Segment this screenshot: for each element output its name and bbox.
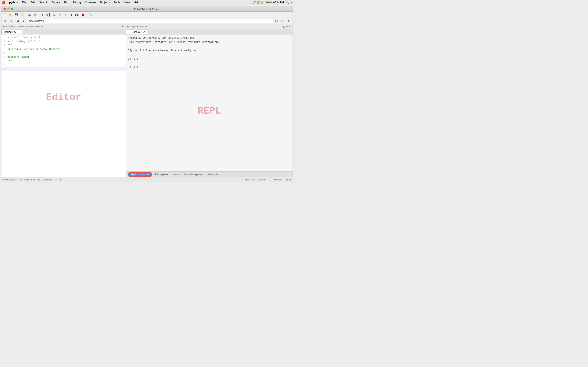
browse-button[interactable]: 📋 (274, 18, 279, 24)
repl-tab-console1[interactable]: × Console 1/A (126, 30, 147, 34)
repl-panel-header: ⊞ IPython console ◱ ✏ ⚙ (126, 24, 293, 29)
memory-value: 63 % (286, 178, 291, 181)
editor-panel-label: Editor - /Users/nathan/untitled1.py (9, 25, 43, 28)
statusbar: Permissions: RW End of lines: LF Encodin… (1, 177, 293, 182)
print-button[interactable]: 🖨️ (27, 12, 32, 17)
editor-tab-untitled1[interactable]: untitled1.py × (1, 30, 22, 34)
spyder-dot (134, 8, 136, 10)
save-all-button[interactable]: 🗂️ (19, 12, 25, 17)
editor-panel-icon[interactable]: ⊞ (3, 25, 5, 28)
editor-tab-bar: untitled1.py × (1, 29, 126, 34)
app-name[interactable]: python (8, 0, 20, 5)
repl-tab-close[interactable]: × (128, 31, 131, 33)
console-line-7 (128, 61, 291, 65)
repl-options-icon[interactable]: ⚙ (289, 25, 291, 28)
menu-view[interactable]: View (122, 0, 131, 5)
console-line-4: IPython 7.4.0 -- An enhanced Interactive… (128, 49, 291, 53)
menu-debug[interactable]: Debug (71, 0, 82, 5)
menu-run[interactable]: Run (62, 0, 71, 5)
code-line-9: 9 (1, 67, 126, 71)
step-out-button[interactable]: ⬆ (69, 12, 74, 17)
window-title: Spyder (Python 3.7) (134, 7, 160, 10)
window-titlebar: Spyder (Python 3.7) (1, 6, 293, 12)
menu-file[interactable]: File (20, 0, 28, 5)
repl-settings-icon[interactable]: ◱ (283, 25, 285, 28)
editor-panel-close[interactable]: ✕ (5, 25, 7, 28)
maximize-button[interactable] (11, 8, 13, 10)
open-file-button[interactable]: 📂 (8, 12, 13, 17)
window-title-text: Spyder (Python 3.7) (137, 7, 160, 10)
eol-label: End of lines: (24, 178, 36, 181)
menubar: 🍎 python File Edit Search Source Run Deb… (0, 0, 294, 5)
toolbar-separator-1 (26, 13, 26, 17)
run-file-button[interactable]: ▶▌ (46, 12, 51, 17)
find-button[interactable]: 🔍 (88, 12, 93, 17)
editor-panel-icons: ⊞ ✕ (3, 25, 7, 28)
memory-label: Memory: (274, 178, 283, 181)
toolbar-separator-2 (39, 13, 39, 17)
repl-panel-icon[interactable]: ⊞ (127, 25, 129, 28)
controls-icon[interactable]: ≡ (291, 1, 292, 4)
back-button[interactable]: ◀ (15, 18, 20, 24)
repl-panel-wrapper: ⊞ IPython console ◱ ✏ ⚙ × Console 1/A Py… (126, 24, 293, 177)
eol-value: LF (38, 178, 41, 181)
editor-settings-button[interactable]: ⚙ (121, 24, 125, 29)
bottom-tab-history-log-label: History log (208, 173, 219, 176)
code-line-8: 8 (1, 63, 126, 67)
bottom-tab-file-explorer[interactable]: File explorer (153, 172, 171, 177)
repl-watermark: REPL (198, 103, 221, 119)
gear-icon[interactable]: ⚙ (3, 18, 8, 24)
bottom-tab-ipython[interactable]: IPython console (128, 172, 152, 177)
bottom-tab-help[interactable]: Help (172, 172, 182, 177)
toolbar-separator-3 (86, 13, 87, 17)
at-button[interactable]: @ (33, 12, 38, 17)
forward-button[interactable]: ▶ (21, 18, 26, 24)
editor-tab-label: untitled1.py (4, 31, 16, 33)
menu-projects[interactable]: Projects (98, 0, 111, 5)
console-line-5 (128, 53, 291, 57)
console-line-1: Python 3.7.0 (default, Jun 28 2018, 07:3… (128, 36, 291, 40)
step-into-button[interactable]: ⬇ (63, 12, 68, 17)
editor-tab-close[interactable]: × (17, 31, 20, 33)
repl-tab-bar: × Console 1/A (126, 29, 293, 34)
up-button[interactable]: ⬆ (286, 18, 291, 24)
menu-search[interactable]: Search (38, 0, 49, 5)
path-input[interactable] (27, 19, 273, 23)
step-button[interactable]: ⏭ (57, 12, 63, 17)
encoding-label: Encoding: (43, 178, 53, 181)
code-line-5: 5 (1, 51, 126, 55)
code-line-3: 3 """ (1, 43, 126, 47)
console-output[interactable]: Python 3.7.0 (default, Jun 28 2018, 07:3… (126, 34, 293, 171)
bottom-tab-variable-explorer[interactable]: Variable explorer (182, 172, 205, 177)
new-file-button[interactable]: 📄 (2, 12, 8, 17)
close-button[interactable] (3, 8, 6, 10)
menu-consoles[interactable]: Consoles (83, 0, 98, 5)
menu-source[interactable]: Source (50, 0, 62, 5)
search-icon[interactable]: 🔍 (286, 1, 289, 4)
path-toolbar: ⚙ 🐍 ◀ ▶ 📋 📁 ⬆ (1, 18, 293, 24)
code-editor[interactable]: 1 #!/usr/bin/env python3 2 # -*- coding:… (1, 34, 126, 177)
column-label: Column: (258, 178, 266, 181)
minimize-button[interactable] (7, 8, 9, 10)
run-button[interactable]: ▶ (40, 12, 45, 17)
apple-menu[interactable]: 🍎 (2, 1, 6, 4)
stop-button[interactable]: ⏹ (80, 12, 86, 17)
menubar-right: ⌨️ 🎵 📶 🔋 Wed 4:05:14 PM 🔍 ≡ (249, 1, 292, 4)
main-window: Spyder (Python 3.7) 📄 📂 💾 🗂️ 🖨️ @ ▶ ▶▌ 🐛… (1, 6, 293, 182)
menu-edit[interactable]: Edit (29, 0, 36, 5)
repl-tab-label: Console 1/A (132, 31, 145, 33)
debug-button[interactable]: 🐛 (52, 12, 57, 17)
menu-help[interactable]: Help (132, 0, 141, 5)
save-file-button[interactable]: 💾 (14, 12, 19, 17)
statusbar-right: Line: 9 Column: 1 Memory: 63 % (245, 178, 291, 181)
code-line-1: 1 #!/usr/bin/env python3 (1, 36, 126, 40)
bottom-tab-history-log[interactable]: History log (205, 172, 222, 177)
python-icon[interactable]: 🐍 (9, 18, 14, 24)
code-line-4: 4 Created on Wed Jun 12 15:57:40 2019 (1, 48, 126, 51)
continue-button[interactable]: ▶▶ (75, 12, 80, 17)
menu-tools[interactable]: Tools (112, 0, 121, 5)
repl-edit-icon[interactable]: ✏ (286, 25, 288, 28)
content-area: ⊞ ✕ Editor - /Users/nathan/untitled1.py … (1, 24, 293, 177)
bottom-tab-variable-explorer-label: Variable explorer (184, 173, 203, 176)
folder-button[interactable]: 📁 (280, 18, 285, 24)
